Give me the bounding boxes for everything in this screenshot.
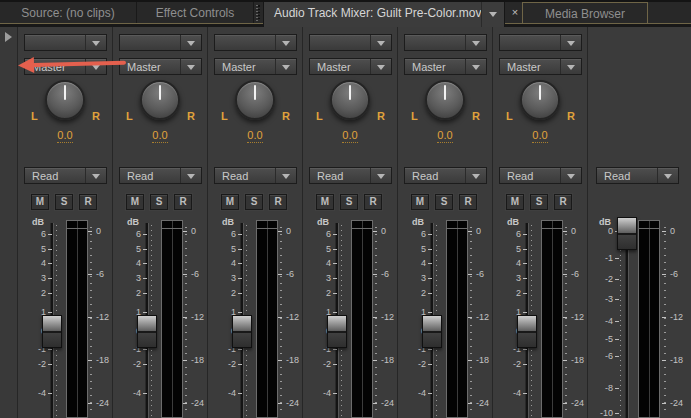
fader-track[interactable] [626,223,628,418]
automation-mode-dropdown[interactable]: Read [404,167,487,184]
output-assignment-dropdown[interactable] [309,34,392,51]
pan-left-label: L [221,110,228,122]
fader-handle[interactable] [517,315,537,348]
pan-knob[interactable] [520,80,560,120]
output-assignment-dropdown-arrow-zone [180,35,201,50]
tab-source[interactable]: Source: (no clips) [0,2,137,24]
track-output-dropdown[interactable]: Master [499,58,582,75]
meter-divider [77,221,78,417]
vu-meter [638,220,660,418]
automation-mode-dropdown[interactable]: Read [24,167,107,184]
track-output-dropdown[interactable]: Master [119,58,202,75]
pan-value[interactable]: 0.0 [140,129,180,141]
mute-button[interactable]: M [316,194,334,210]
automation-mode-dropdown[interactable]: Read [499,167,582,184]
track-output-dropdown[interactable]: Master [309,58,392,75]
tab-effect-controls[interactable]: Effect Controls [137,2,254,24]
solo-button[interactable]: S [55,194,73,210]
automation-mode-dropdown[interactable]: Read [214,167,297,184]
meter-scale-ticks [664,227,666,412]
automation-mode-dropdown[interactable]: Read [596,167,679,184]
fader-tick-label: 5 [214,245,236,254]
pan-knob[interactable] [140,80,180,120]
fader-tick [48,263,52,264]
pan-right-label: R [92,110,100,122]
automation-mode-dropdown[interactable]: Read [119,167,202,184]
mute-button[interactable]: M [506,194,524,210]
pan-value[interactable]: 0.0 [235,129,275,141]
close-icon[interactable]: × [508,4,522,20]
output-assignment-dropdown[interactable] [214,34,297,51]
tab-audio-track-mixer[interactable]: Audio Track Mixer: Guilt Pre-Color.mov [263,2,505,27]
record-arm-button[interactable]: R [269,194,287,210]
output-assignment-dropdown[interactable] [499,34,582,51]
automation-mode-dropdown[interactable]: Read [309,167,392,184]
fader-handle[interactable] [232,315,252,348]
fader-tick [333,278,337,279]
mute-button[interactable]: M [31,194,49,210]
fader-tick-label: 6 [404,230,426,239]
meter-scale-tick [373,360,377,361]
meter-scale-label: -6 [96,270,104,279]
fader-tick-label: -2 [404,360,426,369]
pan-left-label: L [316,110,323,122]
track-output-dropdown[interactable]: Master [404,58,487,75]
record-arm-button[interactable]: R [174,194,192,210]
fader-handle[interactable] [42,315,62,348]
tab-media-browser[interactable]: Media Browser [522,2,648,23]
meter-scale-label: -6 [670,270,678,279]
fader-handle[interactable] [137,315,157,348]
fader-tick [48,349,52,350]
output-assignment-dropdown-arrow-zone [275,35,296,50]
tab-menu-zone[interactable] [481,2,504,27]
track-output-dropdown-value: Master [222,60,256,74]
pan-value[interactable]: 0.0 [45,129,85,141]
pan-knob[interactable] [235,80,275,120]
solo-button[interactable]: S [150,194,168,210]
output-assignment-dropdown-arrow-zone [370,35,391,50]
meter-scale-label: -12 [476,313,489,322]
record-arm-button[interactable]: R [554,194,572,210]
pan-right-label: R [187,110,195,122]
pan-knob[interactable] [45,80,85,120]
chevron-down-icon [567,174,575,179]
output-assignment-dropdown[interactable] [404,34,487,51]
audio-track-mixer-window: Source: (no clips) Effect Controls Audio… [0,0,691,418]
track-output-dropdown[interactable]: Master [214,58,297,75]
pan-knob[interactable] [330,80,370,120]
pan-value[interactable]: 0.0 [425,129,465,141]
meter-scale-tick [662,231,666,232]
pan-knob[interactable] [425,80,465,120]
fader-handle[interactable] [617,217,637,250]
solo-button[interactable]: S [530,194,548,210]
pan-right-label: R [282,110,290,122]
mute-button[interactable]: M [126,194,144,210]
automation-mode-dropdown-arrow-zone [370,168,391,183]
record-arm-button[interactable]: R [459,194,477,210]
fader-tick [238,293,242,294]
meter-scale-tick [662,317,666,318]
mute-button[interactable]: M [411,194,429,210]
record-arm-button[interactable]: R [79,194,97,210]
output-assignment-dropdown[interactable] [119,34,202,51]
meter-scale-label: -24 [381,399,394,408]
record-arm-button[interactable]: R [364,194,382,210]
panel-drag-gripper-icon[interactable] [256,5,261,21]
solo-button[interactable]: S [340,194,358,210]
vu-meter [351,220,373,418]
meter-scale-label: -12 [381,313,394,322]
output-assignment-dropdown[interactable] [24,34,107,51]
pan-value[interactable]: 0.0 [520,129,560,141]
pan-knob-pointer [539,85,541,100]
expand-triangle-icon[interactable] [5,32,12,42]
mute-button[interactable]: M [221,194,239,210]
fader-handle[interactable] [327,315,347,348]
fader-handle[interactable] [422,315,442,348]
pan-value[interactable]: 0.0 [330,129,370,141]
fader-tick [615,388,619,389]
annotation-arrow [18,55,128,74]
fader-tick [523,234,527,235]
solo-button[interactable]: S [435,194,453,210]
solo-button[interactable]: S [245,194,263,210]
meter-scale-ticks [90,227,92,412]
